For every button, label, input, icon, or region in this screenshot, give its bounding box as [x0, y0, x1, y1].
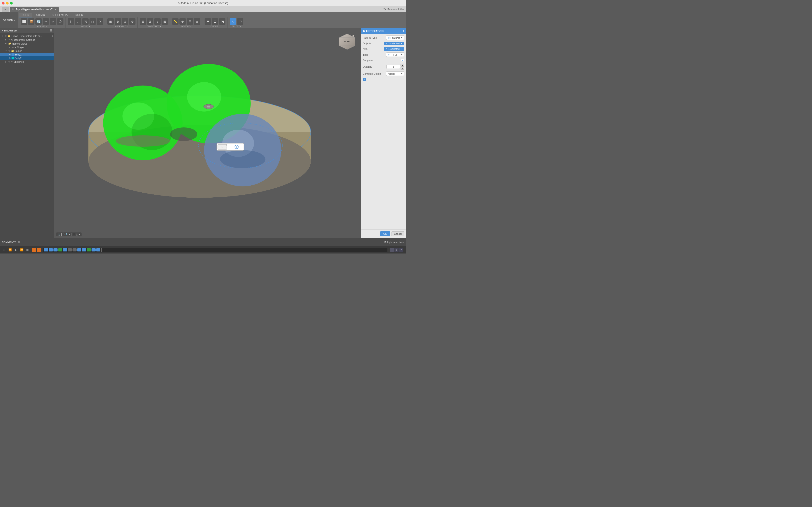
- angle-plane-icon[interactable]: ⊠: [147, 18, 153, 25]
- mirror-icon[interactable]: ⬡: [57, 18, 63, 25]
- suppress-checkbox[interactable]: ✓: [401, 59, 404, 62]
- zoom-icon[interactable]: 🔍: [65, 233, 68, 236]
- contact-icon[interactable]: ⊙: [129, 18, 136, 25]
- axis-icon[interactable]: ↕: [154, 18, 161, 25]
- fillet-icon[interactable]: ◡: [75, 18, 81, 25]
- rigid-icon[interactable]: ⊗: [122, 18, 128, 25]
- refresh-icon[interactable]: ↻: [383, 7, 386, 11]
- interference-icon[interactable]: ⊛: [180, 18, 186, 25]
- loft-icon[interactable]: △: [50, 18, 56, 25]
- compute-option-select[interactable]: Adjust ▾: [386, 71, 404, 76]
- bodies-eye-icon[interactable]: 👁: [8, 50, 10, 52]
- fx-icon[interactable]: fx: [97, 18, 103, 25]
- quantity-up[interactable]: ▲: [401, 64, 404, 66]
- tl-item-7[interactable]: [72, 248, 77, 251]
- tree-body1[interactable]: 👁 Body1: [0, 53, 54, 56]
- tl-item-8[interactable]: [77, 248, 81, 251]
- tab-new[interactable]: ＋: [2, 7, 9, 12]
- objects-clear-icon[interactable]: ✕: [401, 42, 402, 45]
- zoom-menu-icon[interactable]: ▾: [69, 233, 70, 236]
- tab-close-icon[interactable]: ✕: [55, 8, 56, 11]
- comments-settings-icon[interactable]: ⚙: [18, 241, 20, 244]
- maximize-button[interactable]: [10, 2, 13, 5]
- tab-surface[interactable]: SURFACE: [32, 13, 49, 17]
- body2-eye-icon[interactable]: 👁: [9, 57, 11, 60]
- extrude-icon[interactable]: 📦: [28, 18, 35, 25]
- viewcube[interactable]: HOME: [338, 33, 356, 51]
- tl-item-5[interactable]: [63, 248, 67, 251]
- body1-eye-icon[interactable]: 👁: [9, 53, 11, 56]
- tree-named-views[interactable]: ▶ 📁 Named Views: [0, 42, 54, 46]
- tl-item-10[interactable]: [87, 248, 91, 251]
- timeline-next-btn[interactable]: ⏩: [19, 247, 24, 252]
- visual-style-icon[interactable]: ⬚: [76, 233, 78, 236]
- tree-sketches[interactable]: ▶ 👁 ✏ Sketches: [0, 60, 54, 64]
- sketches-eye-icon[interactable]: 👁: [8, 61, 10, 63]
- insert-svg-icon[interactable]: ⬓: [212, 18, 218, 25]
- tl-item-1[interactable]: [44, 248, 48, 251]
- shell-icon[interactable]: ◻: [90, 18, 96, 25]
- timeline-play-btn[interactable]: ▶: [14, 247, 18, 252]
- tl-filter-icon[interactable]: ≡: [399, 248, 403, 252]
- tab-document[interactable]: 🛡 Tripod Hyperboloid with screw v5* ✕: [10, 7, 59, 12]
- tree-origin[interactable]: ▶ 👁 ⊕ Origin: [0, 46, 54, 49]
- tl-item-11[interactable]: [92, 248, 96, 251]
- insert-mesh-icon[interactable]: ⬒: [205, 18, 211, 25]
- timeline-end-btn[interactable]: ⏭: [26, 247, 30, 252]
- measure-icon[interactable]: 📏: [172, 18, 179, 25]
- type-select[interactable]: ↻ Full ▾: [386, 53, 404, 57]
- canvas-icon[interactable]: ⬔: [219, 18, 225, 25]
- timeline-start-btn[interactable]: ⏮: [2, 247, 6, 252]
- tl-item-3[interactable]: [53, 248, 58, 251]
- orbit-icon[interactable]: ⟳: [63, 233, 64, 236]
- tl-settings-icon[interactable]: [390, 248, 394, 252]
- viewport[interactable]: 3 ↻ HOME: [54, 28, 361, 238]
- window-select-icon[interactable]: ⬚: [237, 18, 243, 25]
- tl-item-9[interactable]: [82, 248, 86, 251]
- tl-item-6[interactable]: [68, 248, 72, 251]
- timeline-track[interactable]: [43, 247, 388, 252]
- assemble-icon[interactable]: ⊞: [107, 18, 114, 25]
- sweep-icon[interactable]: 〰: [43, 18, 49, 25]
- tree-body2[interactable]: 👁 Body2: [0, 56, 54, 60]
- midplane-icon[interactable]: ⊞: [161, 18, 168, 25]
- ok-button[interactable]: OK: [380, 231, 390, 236]
- chamfer-icon[interactable]: ◹: [82, 18, 89, 25]
- close-button[interactable]: [2, 2, 5, 5]
- info-icon[interactable]: i: [363, 78, 366, 81]
- display-mode-icon[interactable]: ⬛: [72, 233, 75, 236]
- browser-collapse-icon[interactable]: ◂: [2, 29, 3, 32]
- tree-bodies[interactable]: ▼ 👁 📁 Bodies: [0, 49, 54, 53]
- zebra-icon[interactable]: 〓: [187, 18, 193, 25]
- tree-root[interactable]: ▼ 👁 📁 Tripod Hyperboloid with sc... ⊕: [0, 34, 54, 38]
- tl-item-4[interactable]: [58, 248, 62, 251]
- browser-settings-icon[interactable]: ☰: [50, 29, 52, 32]
- tab-solid[interactable]: SOLID: [19, 13, 32, 17]
- revolve-icon[interactable]: 🔄: [35, 18, 42, 25]
- objects-badge[interactable]: ↖ 2 selected ✕: [384, 42, 404, 45]
- camera-icon[interactable]: 📷: [58, 233, 60, 236]
- tab-sheet-metal[interactable]: SHEET METAL: [49, 13, 71, 17]
- pattern-type-select[interactable]: ⊞ Features ▾: [386, 36, 404, 40]
- tree-doc-settings[interactable]: ▶ 👁 ⚙ Document Settings: [0, 38, 54, 42]
- select-icon[interactable]: ↖: [230, 18, 236, 25]
- tl-view-icon[interactable]: ⊞: [395, 248, 399, 252]
- cancel-button[interactable]: Cancel: [392, 231, 404, 236]
- root-eye-icon[interactable]: 👁: [5, 35, 7, 37]
- display-settings-icon[interactable]: ▾: [79, 233, 80, 236]
- timeline-prev-btn[interactable]: ⏪: [8, 247, 12, 252]
- new-component-icon[interactable]: ⬜: [21, 18, 27, 25]
- draft-icon[interactable]: ⌅: [194, 18, 200, 25]
- tl-item-12[interactable]: [96, 248, 100, 251]
- account-icon[interactable]: Eammon Littler: [388, 8, 404, 11]
- root-action-icon[interactable]: ⊕: [51, 35, 53, 37]
- quantity-input[interactable]: 3: [387, 65, 400, 69]
- press-pull-icon[interactable]: ⬆: [68, 18, 74, 25]
- minimize-button[interactable]: [6, 2, 9, 5]
- axis-badge[interactable]: ↖ 1 selected ✕: [384, 47, 404, 51]
- joint-icon[interactable]: ⊕: [115, 18, 121, 25]
- edit-feature-expand-icon[interactable]: ◂: [402, 30, 404, 33]
- quantity-down[interactable]: ▼: [401, 67, 404, 70]
- tl-item-2[interactable]: [49, 248, 53, 251]
- offset-plane-icon[interactable]: ⊟: [140, 18, 146, 25]
